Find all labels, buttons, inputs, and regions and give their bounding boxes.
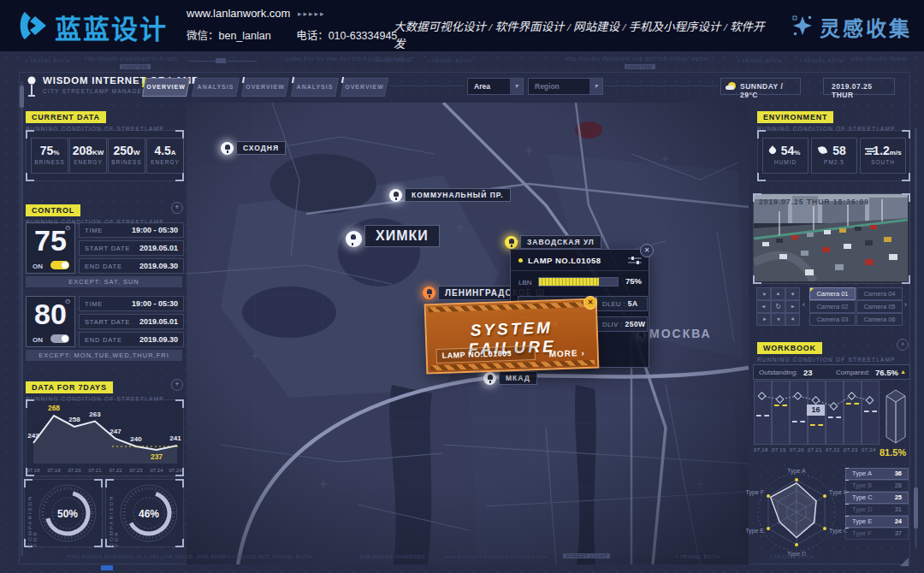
tab-overview-3[interactable]: OVERVIEW (341, 78, 388, 97)
camera-03-button[interactable]: Camera 03 (809, 313, 856, 326)
refresh-button[interactable]: ↻ (771, 300, 785, 313)
right-scrollbar-thumb[interactable] (914, 487, 918, 529)
tab-overview-2[interactable]: OVERVIEW (241, 78, 289, 97)
type-e-row[interactable]: Type E24 (845, 516, 909, 528)
place-label-kommunalny[interactable]: КОММУНАЛЬНЫЙ ПР. (405, 188, 511, 202)
place-label-skhodnya[interactable]: СХОДНЯ (236, 141, 286, 155)
popup-lamp-id: LAMP NO.L01058 (528, 256, 601, 265)
tab-overview-1[interactable]: OVERVIEW (142, 78, 190, 97)
decor-street-badge: STREET LIGHT (563, 553, 610, 558)
lamp-pin[interactable] (483, 372, 496, 385)
system-failure-alert: SYSTEM FAILURE LAMP NO.L01803 MORE › (424, 298, 600, 375)
control-row-start: START DATE2019.05.01 (79, 240, 184, 256)
x-tick: 07.18 (754, 447, 768, 452)
outstanding-label: Outstanding: (759, 369, 797, 376)
decor-checkbox: ▪ TRAVEL BOTH (770, 554, 814, 559)
tab-analysis-2[interactable]: ANALYSIS (291, 78, 339, 97)
lamp-pin[interactable] (221, 142, 234, 155)
camera-list-prev-icon[interactable]: ‹ (803, 300, 805, 309)
map-canvas[interactable]: СХОДНЯ КОММУНАЛЬНЫЙ ПР. ХИМКИ ЗАВОДСКАЯ … (187, 103, 749, 564)
pan-right-button[interactable]: ▲ (785, 300, 800, 313)
website-link[interactable]: www.lanlanwork.com (187, 7, 290, 20)
svg-text:07.21: 07.21 (88, 468, 102, 473)
decor-checkbox: ▪ TRAVEL BOTH (368, 58, 412, 63)
camera-06-button[interactable]: Camera 06 (856, 313, 903, 326)
popup-close-button[interactable]: ✕ (640, 244, 654, 257)
camera-view: 2019.07.25 THUR 18:26:09 (753, 193, 910, 284)
pan-up-button[interactable]: ▲ (771, 287, 785, 300)
add-control-button[interactable]: + (171, 202, 183, 214)
lamp-pin-warning[interactable] (505, 236, 518, 249)
screen: 蓝蓝设计 www.lanlanwork.com ▸▸▸▸▸ 微信：ben_lan… (0, 0, 924, 573)
x-tick: 07.23 (844, 447, 858, 452)
wechat-text: 微信：ben_lanlan (187, 30, 271, 42)
wechat-contact: 微信：ben_lanlan 电话：010-63334945 (187, 27, 397, 43)
svg-text:Type E: Type E (746, 528, 764, 535)
region-select[interactable]: Region ▾ (528, 78, 603, 95)
left-rail[interactable] (21, 81, 23, 556)
tab-analysis-1[interactable]: ANALYSIS (192, 78, 240, 97)
sliders-icon[interactable] (628, 256, 642, 264)
control-toggle[interactable] (50, 334, 69, 343)
pan-up-right-button[interactable]: ▲ (785, 287, 800, 300)
control-toggle[interactable] (50, 261, 69, 269)
stat-pm25: 58 PM2.5 (811, 138, 857, 174)
pan-down-right-button[interactable]: ▲ (785, 313, 800, 326)
left-rail-handle[interactable] (20, 86, 24, 108)
place-label-moskva[interactable]: МОСКВА (649, 327, 712, 340)
decor-text: AND HAVING PERHAPS THE BETTER CLAIM, BEC… (565, 56, 710, 62)
stat-briness: 75% BRINESS (31, 138, 68, 174)
status-dot (518, 258, 523, 263)
svg-text:07.24: 07.24 (150, 468, 163, 473)
camera-list-next-icon[interactable]: › (904, 300, 907, 309)
type-d-row[interactable]: Type D31 (845, 504, 909, 516)
streetlamp-icon (26, 76, 38, 98)
place-label-mkad[interactable]: МКАД (499, 371, 537, 385)
control-group2-level: ⏻ 80 ON (26, 296, 75, 347)
place-label-zavodskaya[interactable]: ЗАВОДСКАЯ УЛ (520, 235, 601, 249)
connector-line (604, 86, 719, 86)
camera-05-button[interactable]: Camera 05 (856, 300, 903, 313)
workbook-more-button[interactable]: › (897, 339, 909, 351)
decor-slider-handle[interactable] (216, 58, 226, 63)
control-row-start: START DATE2019.05.01 (79, 314, 184, 329)
popup-field-dleu: DLEU : 5A (596, 296, 648, 311)
svg-text:46%: 46% (139, 508, 159, 520)
camera-02-button[interactable]: Camera 02 (809, 300, 856, 313)
chevron-down-icon[interactable]: ▾ (510, 79, 523, 94)
lamp-pin[interactable] (389, 189, 402, 202)
resize-corner[interactable] (900, 558, 909, 566)
more-button[interactable]: MORE › (548, 348, 584, 358)
svg-text:07.22: 07.22 (109, 468, 122, 473)
pan-down-left-button[interactable]: ▲ (756, 313, 771, 326)
type-a-row[interactable]: Type A36 (845, 468, 909, 480)
pan-up-left-button[interactable]: ▲ (756, 287, 771, 300)
expand-chart-button[interactable]: + (171, 379, 183, 391)
lamp-pin-failure[interactable] (423, 286, 435, 299)
comparison-gauge-2: COMPARISON FOR 46% (105, 479, 184, 547)
svg-text:Type A: Type A (787, 468, 806, 475)
type-f-row[interactable]: Type F37 (845, 528, 909, 540)
decor-checkbox: ▪ TRAVEL BOTH (428, 58, 471, 63)
panel-title-badge: CURRENT DATA (26, 111, 106, 123)
type-c-row[interactable]: Type C25 (845, 492, 909, 504)
stat-energy-kw: 208KW ENERGY (69, 138, 107, 174)
area-select[interactable]: Area ▾ (467, 78, 524, 95)
decor-checkbox: ▪ TRAVEL BOTH (26, 58, 69, 63)
lamp-pin[interactable] (346, 231, 362, 247)
pan-left-button[interactable]: ▲ (756, 300, 771, 313)
chevron-down-icon[interactable]: ▾ (589, 79, 602, 94)
pan-down-button[interactable]: ▲ (771, 313, 785, 326)
place-label-khimki[interactable]: ХИМКИ (364, 225, 440, 247)
camera-04-button[interactable]: Camera 04 (856, 287, 903, 300)
connector-line (389, 86, 465, 86)
arrows-decor: ▸▸▸▸▸ (298, 9, 326, 18)
bar-tooltip: 16 (807, 405, 825, 416)
camera-01-button[interactable]: Camera 01 (809, 287, 856, 300)
type-b-row[interactable]: Type B28 (845, 480, 909, 492)
workbook-bar-chart: 16 (754, 381, 880, 445)
failure-close-button[interactable]: ✕ (583, 296, 597, 310)
right-scrollbar[interactable] (915, 128, 917, 547)
gauge-svg: 50% (35, 481, 100, 546)
weather-box: SUNNDAY / 29°C (720, 78, 801, 95)
